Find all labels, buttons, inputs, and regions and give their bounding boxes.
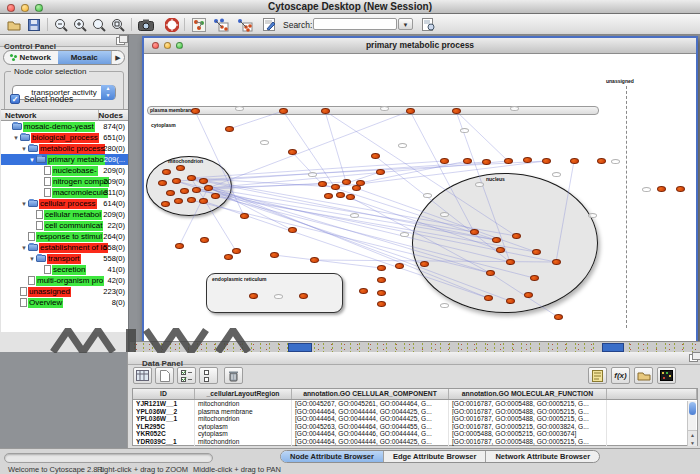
graph-node[interactable]: [321, 108, 330, 114]
notes-icon[interactable]: [588, 367, 607, 384]
graph-node[interactable]: [288, 149, 297, 155]
tab-edge-attribute-browser[interactable]: Edge Attribute Browser: [384, 451, 486, 462]
select-attributes-icon[interactable]: [177, 367, 196, 384]
delete-attribute-icon[interactable]: [224, 367, 243, 384]
graph-node[interactable]: [288, 227, 297, 233]
tree-row[interactable]: macromolecule311(0): [1, 187, 128, 198]
tree-row[interactable]: ▼primary metabo209(...: [1, 154, 128, 165]
tree-expand-icon[interactable]: ▼: [28, 256, 36, 262]
graph-node[interactable]: [420, 261, 429, 267]
graph-node[interactable]: [180, 188, 189, 194]
graph-node[interactable]: [324, 193, 333, 199]
graph-node[interactable]: [200, 237, 209, 243]
graph-node[interactable]: [359, 288, 368, 294]
tree-row[interactable]: multi-organism pro42(0): [1, 275, 128, 286]
tree-expand-icon[interactable]: ▼: [20, 146, 28, 152]
search-dropdown-arrow[interactable]: ▼: [398, 18, 413, 30]
graph-node[interactable]: [342, 179, 351, 185]
column-header[interactable]: ID: [133, 389, 195, 399]
graph-node[interactable]: [523, 157, 532, 163]
search-input[interactable]: [313, 18, 397, 30]
column-header[interactable]: _cellularLayoutRegion: [195, 389, 292, 399]
graph-node[interactable]: [463, 158, 472, 164]
graph-node[interactable]: [331, 184, 340, 190]
graph-node[interactable]: [158, 180, 167, 186]
graph-node[interactable]: [176, 165, 185, 171]
tree-row[interactable]: ▼transport558(0): [1, 253, 128, 264]
graph-node[interactable]: [440, 158, 449, 164]
graph-node[interactable]: [377, 277, 386, 283]
open-icon[interactable]: [6, 17, 22, 32]
column-header[interactable]: annotation.GO MOLECULAR_FUNCTION: [449, 389, 607, 399]
graph-node[interactable]: [192, 187, 201, 193]
scrollbar-thumb[interactable]: [689, 402, 696, 415]
zoom-actual-icon[interactable]: [91, 17, 107, 32]
graph-node[interactable]: [204, 185, 213, 191]
search-config-icon[interactable]: [420, 17, 436, 32]
select-nodes-checkbox[interactable]: ✓: [10, 94, 20, 104]
graph-node[interactable]: [486, 270, 495, 276]
import-attributes-icon[interactable]: [634, 367, 653, 384]
birdseye-viewport-1[interactable]: [288, 343, 312, 352]
graph-node[interactable]: [310, 257, 319, 263]
graph-node[interactable]: [161, 201, 170, 207]
graph-node[interactable]: [524, 292, 533, 298]
tree-expand-icon[interactable]: ▼: [28, 157, 36, 163]
table-row[interactable]: YPL036W__1mitochondrion[GO:0044464, GO:0…: [133, 415, 697, 423]
graph-node[interactable]: [172, 178, 181, 184]
attribute-table-icon[interactable]: [133, 367, 152, 384]
table-row[interactable]: YDR039C__1mitochondrion[GO:0044464, GO:0…: [133, 438, 697, 446]
tree-row[interactable]: cellular metabol209(0): [1, 209, 128, 220]
graph-node[interactable]: [504, 158, 513, 164]
tab-node-attribute-browser[interactable]: Node Attribute Browser: [281, 451, 384, 462]
matrix-icon[interactable]: [657, 367, 676, 384]
graph-node[interactable]: [395, 263, 404, 269]
function-builder-icon[interactable]: f(x): [611, 367, 630, 384]
unselect-attributes-icon[interactable]: [199, 367, 218, 384]
graph-node[interactable]: [406, 108, 415, 114]
graph-node[interactable]: [570, 158, 579, 164]
birdseye-viewport-2[interactable]: [602, 343, 624, 352]
graph-node[interactable]: [377, 290, 386, 296]
graph-node[interactable]: [470, 229, 479, 235]
graph-node[interactable]: [199, 178, 208, 184]
graph-node[interactable]: [224, 254, 233, 260]
table-scrollbar[interactable]: ▲▼: [687, 401, 696, 446]
graph-node[interactable]: [211, 193, 220, 199]
tree-row[interactable]: response to stimul264(0): [1, 231, 128, 242]
graph-node[interactable]: [506, 298, 515, 304]
graph-node[interactable]: [657, 186, 666, 192]
tree-row[interactable]: ▼establishment of lo558(0): [1, 242, 128, 253]
graph-node[interactable]: [377, 301, 386, 307]
graph-node[interactable]: [532, 249, 541, 255]
zoom-in-icon[interactable]: [72, 17, 88, 32]
graph-node[interactable]: [530, 275, 539, 281]
graph-node[interactable]: [482, 159, 491, 165]
graph-node[interactable]: [199, 198, 208, 204]
graph-node[interactable]: [542, 158, 551, 164]
graph-node[interactable]: [174, 198, 183, 204]
layout-icon-1[interactable]: [213, 17, 229, 32]
graph-node[interactable]: [506, 259, 515, 265]
tree-row[interactable]: mosaic-demo-yeast874(0): [1, 121, 128, 132]
tree-row[interactable]: ▼biological_process651(0): [1, 132, 128, 143]
network-overlay-icon[interactable]: [191, 17, 207, 32]
tree-row[interactable]: nucleobase-209(0): [1, 165, 128, 176]
graph-node[interactable]: [240, 213, 249, 219]
snapshot-icon[interactable]: [138, 17, 154, 32]
table-row[interactable]: YPL036W__2plasma membrane[GO:0044464, GO…: [133, 408, 697, 416]
graph-node[interactable]: [191, 108, 200, 114]
float-data-panel-icon[interactable]: [689, 354, 698, 362]
graph-node[interactable]: [356, 180, 365, 186]
tab-mosaic[interactable]: Mosaic: [58, 51, 112, 64]
tab-scroll-right[interactable]: ▶: [111, 51, 124, 64]
network-window-titlebar[interactable]: primary metabolic process: [144, 38, 696, 54]
scrollbar-arrows[interactable]: ▲▼: [688, 430, 697, 446]
tree-expand-icon[interactable]: ▼: [20, 201, 28, 207]
graph-node[interactable]: [377, 265, 386, 271]
graph-node[interactable]: [676, 186, 685, 192]
graph-node[interactable]: [270, 252, 279, 258]
table-row[interactable]: YLR295Ccytoplasm[GO:0045263, GO:0044464,…: [133, 423, 697, 431]
table-row[interactable]: YJR121W__1mitochondrion[GO:0045267, GO:0…: [133, 400, 697, 408]
tree-expand-icon[interactable]: ▼: [20, 245, 28, 251]
